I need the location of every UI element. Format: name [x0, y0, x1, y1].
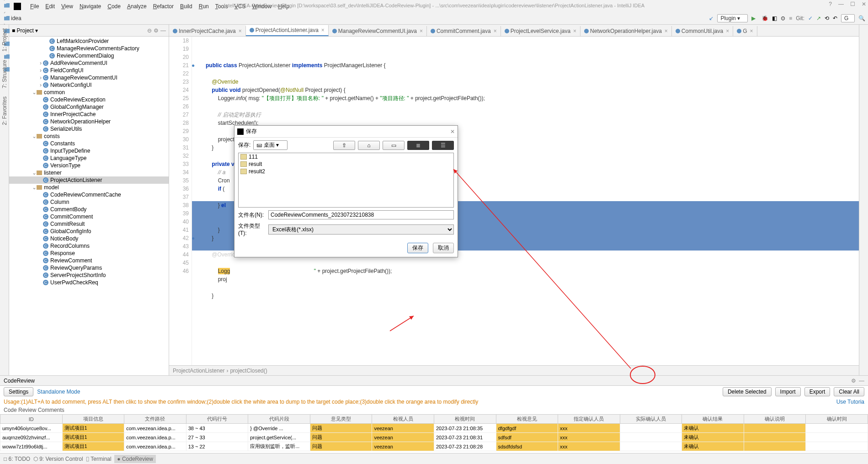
breadcrumb-item[interactable]: idea: [3, 15, 91, 21]
tree-node[interactable]: CGlobalConfigManager: [9, 103, 169, 111]
table-header[interactable]: ID: [0, 415, 63, 424]
folder-row[interactable]: result: [239, 160, 453, 168]
table-header[interactable]: 项目信息: [62, 415, 124, 424]
tree-node[interactable]: ⌄consts: [9, 133, 169, 140]
maximize-icon[interactable]: ☐: [850, 1, 855, 7]
details-view-icon[interactable]: ☰: [432, 141, 454, 150]
dialog-close-icon[interactable]: ✕: [450, 128, 455, 135]
tree-node[interactable]: CUserPwdCheckReq: [9, 279, 169, 286]
search-everywhere-icon[interactable]: 🔍: [858, 15, 865, 21]
tree-node[interactable]: ›CAddReviewCommentUI: [9, 59, 169, 67]
tree-node[interactable]: CInputTypeDefine: [9, 147, 169, 155]
tree-node[interactable]: CLeftMarkIconProvider: [9, 37, 169, 45]
editor-tab[interactable]: CommitComment.java×: [427, 26, 501, 36]
tool-favorites[interactable]: 2: Favorites: [1, 96, 8, 125]
table-header[interactable]: 确认结果: [682, 415, 744, 424]
new-folder-icon[interactable]: ▭: [383, 141, 405, 150]
tree-node[interactable]: ⌄model: [9, 184, 169, 191]
git-history-icon[interactable]: ⟲: [825, 15, 829, 21]
editor-tab[interactable]: ProjectLevelService.java×: [501, 26, 580, 36]
table-header[interactable]: 检视人员: [372, 415, 434, 424]
cancel-button[interactable]: 取消: [433, 243, 454, 253]
tutorial-link[interactable]: Use Tutoria: [836, 399, 864, 405]
tree-node[interactable]: CGlobalConfigInfo: [9, 228, 169, 235]
tree-node[interactable]: CNetworkOperationHelper: [9, 118, 169, 125]
home-icon[interactable]: ⌂: [358, 141, 380, 150]
run-config-dropdown[interactable]: Plugin ▾: [717, 14, 748, 22]
tree-node[interactable]: ›CFieldConfigUI: [9, 67, 169, 74]
editor-tab[interactable]: NetworkOperationHelper.java×: [580, 26, 672, 36]
clear-all-button[interactable]: Clear All: [834, 387, 864, 396]
table-row[interactable]: woww7z1t99o6ldtj...测试项目1com.veezean.idea…: [0, 442, 868, 451]
menu-run[interactable]: Run: [196, 3, 212, 10]
tree-node[interactable]: CReviewComment: [9, 257, 169, 264]
table-header[interactable]: 代码片段: [248, 415, 310, 424]
menu-view[interactable]: View: [58, 3, 76, 10]
tree-node[interactable]: ⌄listener: [9, 169, 169, 176]
delete-selected-button[interactable]: Delete Selected: [723, 387, 772, 396]
settings-icon[interactable]: ⚙: [154, 27, 159, 34]
profile-icon[interactable]: ⊙: [781, 15, 785, 21]
mode-link[interactable]: Standalone Mode: [37, 389, 80, 395]
tree-node[interactable]: CCommitResult: [9, 220, 169, 228]
table-header[interactable]: 代码行号: [186, 415, 248, 424]
tree-node[interactable]: CSerializeUtils: [9, 125, 169, 133]
table-header[interactable]: 检视意见: [496, 415, 558, 424]
minimize-icon[interactable]: —: [838, 1, 844, 7]
editor-tab[interactable]: ProjectActionListener.java×: [246, 25, 329, 36]
run-icon[interactable]: ▶: [751, 15, 758, 21]
git-rollback-icon[interactable]: ↶: [833, 15, 837, 21]
hide-icon[interactable]: —: [160, 27, 166, 34]
project-tree[interactable]: CLeftMarkIconProviderCManageReviewCommen…: [9, 37, 169, 375]
file-list[interactable]: 111resultresult2: [238, 153, 454, 208]
table-header[interactable]: 实际确认人员: [620, 415, 682, 424]
debug-icon[interactable]: 🐞: [761, 15, 768, 21]
tree-node[interactable]: CNoticeBody: [9, 235, 169, 242]
table-header[interactable]: 文件路径: [124, 415, 186, 424]
collapse-icon[interactable]: ⊖: [147, 27, 152, 34]
tree-node[interactable]: CManageReviewCommentsFactory: [9, 45, 169, 52]
filename-input[interactable]: [268, 210, 454, 219]
stop-icon[interactable]: ■: [789, 15, 792, 21]
tree-node[interactable]: CReviewCommentDialog: [9, 52, 169, 59]
editor-tab[interactable]: G×: [733, 26, 757, 36]
minimize-panel-icon[interactable]: —: [859, 378, 864, 384]
tree-node[interactable]: ›CNetworkConfigUI: [9, 81, 169, 89]
tree-node[interactable]: ⌄common: [9, 89, 169, 96]
import-button[interactable]: Import: [775, 387, 801, 396]
project-view-selector[interactable]: ■ Project ▾: [12, 27, 38, 34]
table-row[interactable]: umyn406oiyrcue8ov...测试项目1com.veezean.ide…: [0, 424, 868, 433]
up-folder-icon[interactable]: ⇧: [333, 141, 355, 150]
table-header[interactable]: 检视时间: [434, 415, 496, 424]
menu-file[interactable]: File: [27, 3, 42, 10]
editor-tab[interactable]: ManageReviewCommentUI.java×: [329, 26, 427, 36]
settings-button[interactable]: Settings: [4, 387, 33, 396]
filetype-select[interactable]: Excel表格(*.xlsx): [268, 224, 454, 235]
tree-node[interactable]: CProjectActionListener: [9, 176, 169, 184]
table-header[interactable]: 确认说明: [744, 415, 806, 424]
tree-node[interactable]: ›CManageReviewCommentUI: [9, 74, 169, 81]
table-header[interactable]: 意见类型: [310, 415, 372, 424]
export-button[interactable]: Export: [804, 387, 831, 396]
menu-build[interactable]: Build: [177, 3, 196, 10]
tree-node[interactable]: CCodeReviewCommentCache: [9, 191, 169, 198]
tree-node[interactable]: CInnerProjectCache: [9, 111, 169, 118]
gear-icon[interactable]: ⚙: [851, 378, 856, 384]
menu-analyze[interactable]: Analyze: [124, 3, 150, 10]
tree-node[interactable]: CResponse: [9, 250, 169, 257]
tool-project[interactable]: 1: Project: [1, 28, 8, 52]
search-box[interactable]: G: [841, 14, 855, 22]
tree-node[interactable]: CReviewQueryParams: [9, 264, 169, 272]
git-update-icon[interactable]: ✓: [808, 15, 813, 21]
tree-node[interactable]: CColumn: [9, 198, 169, 206]
editor-tab[interactable]: CommonUtil.java×: [672, 26, 733, 36]
editor-tab[interactable]: InnerProjectCache.java×: [169, 26, 246, 36]
tree-node[interactable]: CServerProjectShortInfo: [9, 272, 169, 279]
tool-structure[interactable]: 7: Structure: [1, 60, 8, 88]
help-icon[interactable]: ?: [829, 1, 832, 7]
close-icon[interactable]: ✕: [862, 1, 866, 7]
comments-table[interactable]: ID项目信息文件路径代码行号代码片段意见类型检视人员检视时间检视意见指定确认人员…: [0, 414, 868, 453]
tree-node[interactable]: CConstants: [9, 140, 169, 147]
git-push-icon[interactable]: ↗: [816, 15, 821, 21]
table-row[interactable]: auqrnze092zhvimzf...测试项目1com.veezean.ide…: [0, 433, 868, 442]
